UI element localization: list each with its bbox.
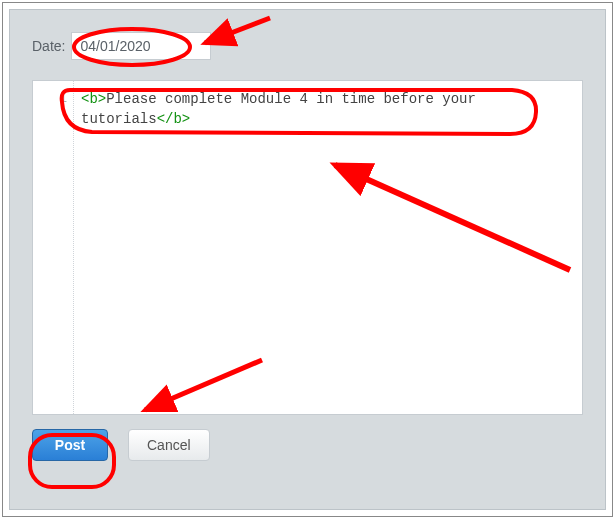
code-editor[interactable]: 1 <b>Please complete Module 4 in time be… xyxy=(32,80,583,415)
date-input[interactable] xyxy=(71,32,211,60)
line-number: 1 xyxy=(33,89,67,109)
date-label: Date: xyxy=(32,38,65,54)
gutter-separator xyxy=(73,81,74,414)
cancel-button[interactable]: Cancel xyxy=(128,429,210,461)
date-row: Date: xyxy=(32,32,583,60)
post-button[interactable]: Post xyxy=(32,429,108,461)
editor-gutter: 1 xyxy=(33,81,73,414)
editor-text: Please complete Module 4 in time before … xyxy=(81,91,484,127)
form-panel: Date: 1 <b>Please complete Module 4 in t… xyxy=(9,9,606,510)
close-bold-tag: </b> xyxy=(157,111,191,127)
editor-content[interactable]: <b>Please complete Module 4 in time befo… xyxy=(81,89,574,406)
button-row: Post Cancel xyxy=(32,429,583,461)
open-bold-tag: <b> xyxy=(81,91,106,107)
